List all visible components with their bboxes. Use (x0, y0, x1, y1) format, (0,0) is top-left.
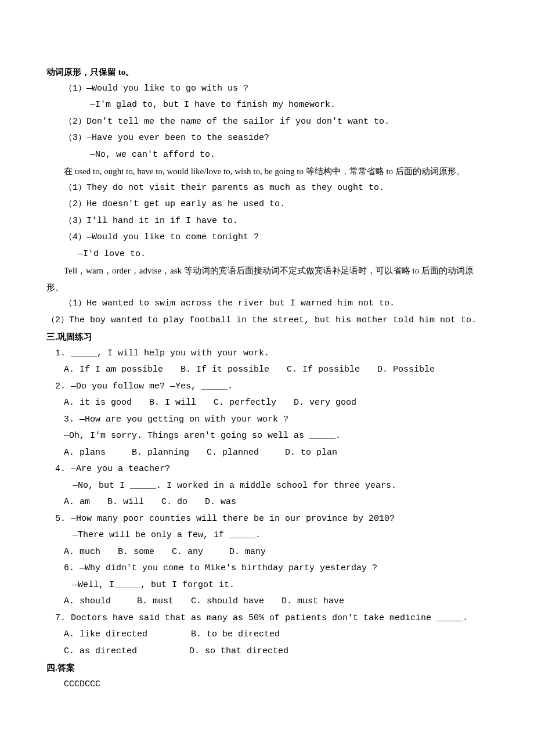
q3b: —Oh, I'm sorry. Things aren't going so w… (46, 428, 488, 445)
q7-opts2: C. as directed D. so that directed (46, 643, 488, 660)
note1-ex-1: （1）They do not visit their parents as mu… (46, 180, 488, 197)
q6-opts: A. should B. must C. should have D. must… (46, 593, 488, 610)
q6: 6. —Why didn't you come to Mike's birthd… (46, 560, 488, 577)
intro-ex-1: （1）—Would you like to go with us ? (46, 81, 488, 98)
q4: 4. —Are you a teacher? (46, 461, 488, 478)
q7: 7. Doctors have said that as many as 50%… (46, 610, 488, 627)
q5: 5. —How many poor counties will there be… (46, 511, 488, 528)
intro-ex-3b: —No, we can't afford to. (46, 147, 488, 164)
q3-opts: A. plans B. planning C. planned D. to pl… (46, 445, 488, 462)
section4-title: 四.答案 (46, 660, 488, 676)
section-intro-title: 动词原形，只保留 to。 (46, 64, 488, 81)
q5-opts: A. much B. some C. any D. many (46, 544, 488, 561)
q4-opts: A. am B. will C. do D. was (46, 494, 488, 511)
note2-ex-2: （2）The boy wanted to play football in th… (46, 312, 488, 329)
q3: 3. —How are you getting on with your wor… (46, 412, 488, 429)
note1-ex-4: （4）—Would you like to come tonight ? (46, 229, 488, 246)
q4b: —No, but I _____. I worked in a middle s… (46, 478, 488, 495)
note1-ex-3: （3）I'll hand it in if I have to. (46, 213, 488, 230)
intro-ex-3: （3）—Have you ever been to the seaside? (46, 130, 488, 147)
q1: 1. _____, I will help you with your work… (46, 345, 488, 362)
q1-opts: A. If I am possible B. If it possible C.… (46, 362, 488, 379)
intro-ex-2: （2）Don't tell me the name of the sailor … (46, 114, 488, 131)
q2: 2. —Do you follow me? —Yes, _____. (46, 379, 488, 395)
note1-ex-4b: —I'd love to. (46, 246, 488, 263)
answers: CCCDCCC (46, 676, 488, 693)
section3-title: 三.巩固练习 (46, 329, 488, 345)
q7-opts1: A. like directed B. to be directed (46, 627, 488, 643)
q5b: —There will be only a few, if _____. (46, 527, 488, 544)
intro-ex-1b: —I'm glad to, but I have to finish my ho… (46, 97, 488, 114)
note-2: Tell，warn，order，advise，ask 等动词的宾语后面接动词不定… (46, 262, 488, 296)
note-1: 在 used to, ought to, have to, would like… (46, 163, 488, 180)
note2-ex-1: （1）He wanted to swim across the river bu… (46, 296, 488, 312)
note1-ex-2: （2）He doesn't get up early as he used to… (46, 196, 488, 213)
q6b: —Well, I_____, but I forgot it. (46, 577, 488, 594)
q2-opts: A. it is good B. I will C. perfectly D. … (46, 395, 488, 412)
